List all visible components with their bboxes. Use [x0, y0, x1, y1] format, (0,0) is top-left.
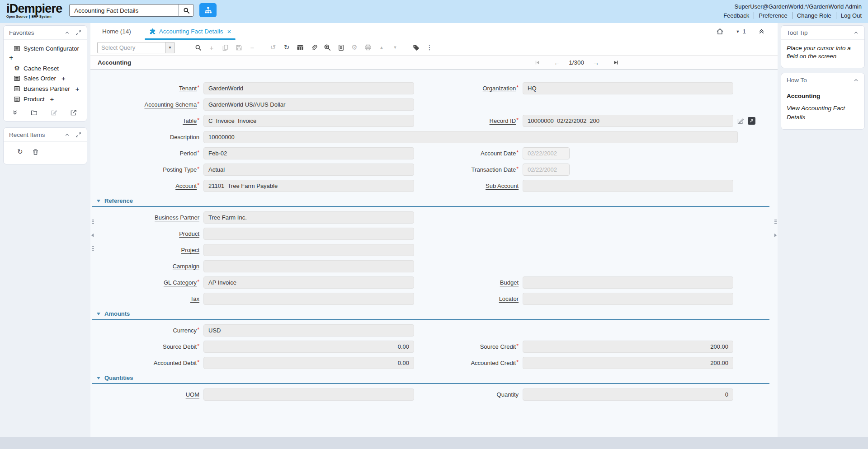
label-tag-button[interactable]	[409, 41, 423, 54]
budget-label[interactable]: Budget	[500, 279, 519, 286]
account-label[interactable]: Account	[175, 182, 197, 189]
menu-tree-button[interactable]	[199, 3, 217, 17]
section-amounts-title[interactable]: Amounts	[104, 310, 130, 317]
uom-label[interactable]: UOM	[186, 391, 199, 398]
trash-icon[interactable]	[32, 149, 39, 155]
zoom-across-button[interactable]	[321, 41, 334, 54]
edit-mode-icon[interactable]	[51, 109, 57, 116]
table-label[interactable]: Table	[183, 117, 197, 124]
section-quantities-title[interactable]: Quantities	[104, 374, 133, 381]
organization-label[interactable]: Organization	[482, 85, 516, 92]
collapse-panel-icon[interactable]	[64, 30, 70, 36]
accounted-credit-field[interactable]: 200.00	[523, 357, 733, 369]
breadcrumb[interactable]: Accounting	[98, 59, 131, 66]
tenant-label[interactable]: Tenant	[179, 85, 197, 92]
table-field[interactable]: C_Invoice_Invoice	[203, 115, 414, 127]
change-role-link[interactable]: Change Role	[792, 12, 836, 19]
period-field[interactable]: Feb-02	[203, 147, 414, 159]
uom-field[interactable]	[203, 388, 414, 401]
search-button[interactable]	[179, 4, 194, 17]
product-label[interactable]: Product	[179, 230, 199, 237]
collapse-section-icon[interactable]	[97, 313, 100, 315]
expand-all-icon[interactable]	[12, 109, 18, 116]
business-partner-field[interactable]: Tree Farm Inc.	[203, 211, 414, 224]
first-record-button[interactable]	[527, 60, 547, 65]
posting-type-field[interactable]: Actual	[203, 164, 414, 176]
currency-field[interactable]: USD	[203, 324, 414, 337]
section-reference-title[interactable]: Reference	[104, 197, 133, 204]
east-splitter-grip[interactable]	[774, 220, 777, 224]
collapse-all-icon[interactable]	[758, 28, 765, 35]
refresh-button[interactable]: ↻	[280, 41, 293, 54]
attachment-icon[interactable]	[307, 41, 321, 54]
save-button[interactable]	[232, 41, 245, 54]
refresh-icon[interactable]: ↻	[17, 148, 23, 156]
accounted-debit-field[interactable]: 0.00	[203, 357, 414, 369]
west-splitter-grip[interactable]	[91, 220, 94, 224]
budget-field[interactable]	[523, 276, 733, 289]
previous-record-button[interactable]: ←	[547, 59, 567, 66]
business-partner-label[interactable]: Business Partner	[155, 214, 199, 221]
search-input[interactable]	[69, 4, 179, 17]
period-label[interactable]: Period	[180, 150, 197, 157]
source-debit-field[interactable]: 0.00	[203, 341, 414, 353]
favorite-item-new-record[interactable]: +	[9, 53, 85, 63]
favorite-item-business-partner[interactable]: Business Partner +	[14, 84, 85, 94]
project-label[interactable]: Project	[181, 247, 199, 253]
tenant-field[interactable]: GardenWorld	[203, 82, 414, 94]
currency-label[interactable]: Currency	[173, 327, 197, 334]
favorite-item-cache-reset[interactable]: ⚙ Cache Reset	[14, 63, 85, 73]
tax-field[interactable]	[203, 293, 414, 305]
zoom-record-icon[interactable]	[748, 117, 755, 125]
description-field[interactable]: 10000000	[203, 131, 738, 143]
campaign-field[interactable]	[203, 260, 414, 272]
source-credit-field[interactable]: 200.00	[523, 341, 733, 353]
account-field[interactable]: 21101_Tree Farm Payable	[203, 180, 414, 192]
print-button[interactable]	[361, 41, 375, 54]
new-record-button[interactable]: +	[205, 41, 218, 54]
accounting-schema-label[interactable]: Accounting Schema	[145, 101, 197, 108]
collapse-section-icon[interactable]	[97, 377, 100, 379]
new-record-plus[interactable]: +	[61, 75, 66, 82]
organization-field[interactable]: HQ	[523, 82, 733, 94]
gl-category-label[interactable]: GL Category	[164, 279, 197, 286]
log-out-link[interactable]: Log Out	[836, 12, 862, 19]
last-record-button[interactable]	[606, 60, 626, 65]
find-record-button[interactable]	[191, 41, 205, 54]
copy-record-button[interactable]	[218, 41, 232, 54]
west-splitter-collapse-icon[interactable]	[91, 234, 94, 237]
edit-record-icon[interactable]	[737, 117, 744, 125]
more-options-button[interactable]: ⋮	[423, 41, 436, 54]
new-record-plus[interactable]: +	[75, 85, 80, 93]
record-id-label[interactable]: Record ID	[490, 117, 516, 124]
app-logo[interactable]: iDempiere Open Source ERP System	[6, 3, 62, 19]
undo-button[interactable]: ↺	[266, 41, 280, 54]
favorite-item-system-configurator[interactable]: System Configurator	[14, 44, 85, 53]
locator-label[interactable]: Locator	[499, 295, 519, 302]
campaign-label[interactable]: Campaign	[173, 263, 199, 270]
accounting-schema-field[interactable]: GardenWorld US/A/US Dollar	[203, 98, 414, 111]
close-tab-icon[interactable]: ×	[227, 28, 231, 35]
parent-record-button[interactable]: ▲	[375, 41, 388, 54]
tab-home[interactable]: Home (14)	[101, 23, 132, 40]
record-id-field[interactable]: 10000000_02/22/2002_200	[523, 115, 733, 127]
grid-toggle-button[interactable]	[293, 41, 307, 54]
window-selector[interactable]: ▼ 1	[736, 28, 746, 35]
folder-icon[interactable]	[31, 109, 38, 116]
expand-panel-icon[interactable]	[75, 132, 81, 138]
home-icon[interactable]	[716, 28, 724, 35]
gl-category-field[interactable]: AP Invoice	[203, 276, 414, 289]
share-icon[interactable]	[70, 109, 77, 116]
product-field[interactable]	[203, 228, 414, 240]
detail-record-button[interactable]: ▼	[388, 41, 402, 54]
collapse-panel-icon[interactable]	[853, 77, 859, 83]
favorite-item-product[interactable]: Product +	[14, 94, 85, 104]
favorite-item-sales-order[interactable]: Sales Order +	[14, 73, 85, 84]
expand-panel-icon[interactable]	[75, 30, 81, 36]
sub-account-field[interactable]	[523, 180, 733, 192]
process-gear-button[interactable]: ⚙	[348, 41, 361, 54]
project-field[interactable]	[203, 244, 414, 256]
collapse-panel-icon[interactable]	[853, 30, 859, 36]
quantity-field[interactable]: 0	[523, 388, 733, 401]
report-button[interactable]	[334, 41, 348, 54]
